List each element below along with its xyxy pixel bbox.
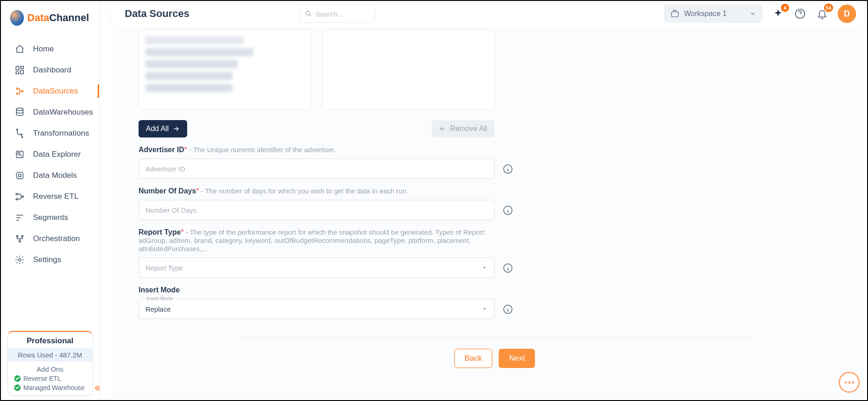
- back-button[interactable]: Back: [454, 349, 493, 368]
- remove-all-button: Remove All: [432, 120, 495, 137]
- list-item[interactable]: [145, 84, 233, 92]
- svg-rect-21: [671, 12, 678, 17]
- chat-widget-button[interactable]: [839, 372, 860, 393]
- page-title: Data Sources: [125, 8, 189, 20]
- plan-addon-item: Managed Warehouse: [8, 383, 92, 395]
- plan-card: Professional Rows Used - 487.2M Add Ons …: [7, 331, 93, 396]
- list-actions: Add All Remove All: [139, 120, 495, 137]
- settings-icon: [15, 255, 25, 265]
- list-item[interactable]: [145, 48, 253, 56]
- svg-point-17: [22, 236, 23, 237]
- next-button[interactable]: Next: [499, 349, 535, 368]
- check-icon: [14, 385, 21, 391]
- svg-rect-2: [21, 70, 23, 74]
- plan-addons-title: Add Ons: [8, 362, 92, 374]
- list-item[interactable]: [145, 36, 244, 44]
- sidebar-item-home[interactable]: Home: [1, 38, 99, 60]
- home-icon: [15, 44, 25, 54]
- field-label: Insert Mode: [139, 286, 180, 294]
- select-placeholder: Report Type: [145, 264, 183, 272]
- report-type-select[interactable]: Report Type: [139, 258, 495, 278]
- sidebar-item-label: Data Models: [33, 171, 77, 180]
- check-icon: [14, 375, 21, 382]
- plan-rows-used: Rows Used - 487.2M: [8, 348, 92, 362]
- sidebar-item-dashboard[interactable]: Dashboard: [1, 60, 99, 81]
- available-columns-list[interactable]: [139, 29, 311, 110]
- required-indicator: *: [196, 187, 199, 195]
- svg-rect-0: [16, 66, 19, 70]
- search-input[interactable]: [316, 10, 370, 18]
- field-insert-mode: Insert Mode Insert Mode Replace: [139, 286, 495, 319]
- add-all-button[interactable]: Add All: [139, 120, 187, 137]
- arrow-left-icon: [439, 125, 446, 132]
- sidebar-item-label: Transformations: [33, 129, 89, 138]
- sidebar-item-label: DataSources: [33, 87, 78, 96]
- list-item[interactable]: [145, 60, 238, 68]
- sidebar-item-datawarehouses[interactable]: DataWarehouses: [1, 102, 99, 123]
- svg-point-18: [19, 241, 21, 242]
- sidebar-item-label: Reverse ETL: [33, 192, 78, 201]
- workspace-selector[interactable]: Workspace 1: [664, 5, 762, 23]
- sidebar-item-label: Segments: [33, 213, 68, 222]
- svg-rect-3: [16, 72, 19, 74]
- brand-logo-text: DataChannel: [28, 12, 89, 24]
- workspace-name: Workspace 1: [684, 10, 727, 18]
- briefcase-icon: [670, 9, 679, 18]
- global-search[interactable]: [300, 5, 375, 23]
- sidebar-item-transformations[interactable]: Transformations: [1, 123, 99, 144]
- sidebar-item-label: Dashboard: [33, 66, 71, 75]
- help-button[interactable]: [794, 7, 807, 20]
- required-indicator: *: [181, 228, 184, 236]
- sidebar-item-explorer[interactable]: Data Explorer: [1, 144, 99, 165]
- plan-addon-label: Reverse ETL: [23, 375, 61, 382]
- caret-down-icon: [481, 264, 488, 271]
- info-icon[interactable]: [503, 304, 513, 314]
- svg-point-9: [22, 137, 23, 138]
- field-desc: - The number of days for which you wish …: [201, 187, 408, 195]
- list-item[interactable]: [145, 72, 233, 80]
- svg-point-5: [17, 93, 18, 95]
- sidebar-item-models[interactable]: Data Models: [1, 165, 99, 186]
- info-icon[interactable]: [503, 263, 513, 273]
- field-desc: - The Unique numeric identifier of the a…: [189, 146, 336, 154]
- sidebar-item-orchestration[interactable]: Orchestration: [1, 228, 99, 249]
- datawarehouses-icon: [15, 107, 25, 117]
- divider: [238, 337, 751, 338]
- selected-columns-list[interactable]: [322, 29, 495, 110]
- info-icon[interactable]: [503, 164, 513, 174]
- brand-name-left: Data: [28, 12, 50, 23]
- sidebar-item-label: Settings: [33, 255, 61, 264]
- main-content: Add All Remove All Advertiser ID* - The …: [111, 27, 864, 399]
- field-desc: - The type of the performance report for…: [139, 228, 486, 253]
- sidebar-item-reverse-etl[interactable]: Reverse ETL: [1, 186, 99, 207]
- notifications-button[interactable]: 54: [816, 7, 829, 20]
- svg-point-4: [17, 88, 18, 90]
- sparkle-badge: 4: [781, 4, 789, 12]
- brand-logo: DataChannel: [1, 1, 99, 30]
- ai-sparkle-button[interactable]: 4: [772, 7, 785, 20]
- plan-name: Professional: [8, 333, 92, 348]
- avatar[interactable]: D: [838, 5, 856, 23]
- advertiser-id-input[interactable]: [139, 159, 495, 179]
- field-label: Number Of Days: [139, 187, 196, 195]
- sidebar-item-datasources[interactable]: DataSources: [1, 81, 99, 102]
- field-label: Advertiser ID: [139, 146, 184, 154]
- info-icon[interactable]: [503, 205, 513, 215]
- insert-mode-select[interactable]: Insert Mode Replace: [139, 299, 495, 319]
- sidebar-collapse-button[interactable]: [91, 382, 104, 395]
- svg-point-20: [306, 11, 309, 15]
- remove-all-label: Remove All: [450, 125, 487, 133]
- svg-rect-1: [21, 66, 23, 69]
- svg-point-13: [16, 193, 18, 195]
- sidebar-item-segments[interactable]: Segments: [1, 207, 99, 228]
- help-icon: [795, 8, 806, 19]
- svg-point-7: [17, 108, 23, 111]
- svg-point-16: [17, 236, 18, 237]
- sidebar-item-settings[interactable]: Settings: [1, 249, 99, 270]
- form: Advertiser ID* - The Unique numeric iden…: [139, 146, 495, 319]
- caret-down-icon: [481, 306, 488, 312]
- number-of-days-input[interactable]: [139, 200, 495, 220]
- arrow-right-icon: [172, 125, 180, 132]
- sidebar-item-label: Home: [33, 44, 54, 54]
- search-icon: [305, 9, 312, 18]
